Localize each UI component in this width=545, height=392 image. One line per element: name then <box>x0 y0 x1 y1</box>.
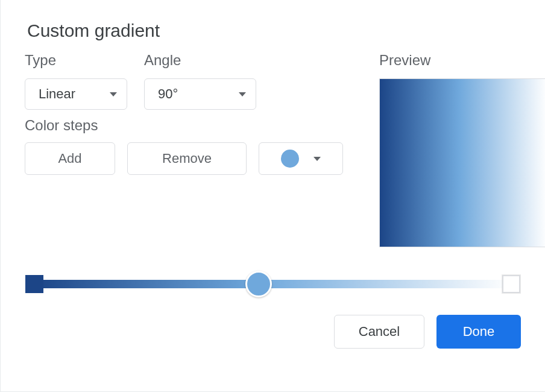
gradient-stop-start[interactable] <box>25 275 43 293</box>
dialog-footer: Cancel Done <box>25 315 521 349</box>
color-steps-row: Add Remove <box>25 142 343 175</box>
caret-down-icon <box>313 157 321 161</box>
color-swatch-picker[interactable] <box>259 142 343 175</box>
type-angle-row: Type Linear Angle 90° <box>25 52 343 110</box>
angle-select-value: 90° <box>158 86 178 102</box>
preview-column: Preview <box>379 52 545 247</box>
remove-button[interactable]: Remove <box>127 142 247 175</box>
color-dot-icon <box>281 150 299 168</box>
done-button[interactable]: Done <box>436 315 521 349</box>
color-steps-label: Color steps <box>25 117 343 134</box>
type-field: Type Linear <box>25 52 127 110</box>
preview-label: Preview <box>379 52 545 69</box>
upper-area: Type Linear Angle 90° Color steps Add <box>25 52 521 247</box>
custom-gradient-dialog: Custom gradient Type Linear Angle 90° <box>0 0 545 392</box>
gradient-stop-end[interactable] <box>502 275 520 293</box>
gradient-stop-handle[interactable] <box>245 271 272 297</box>
type-select-value: Linear <box>39 86 75 102</box>
angle-field: Angle 90° <box>144 52 256 110</box>
controls-column: Type Linear Angle 90° Color steps Add <box>25 52 343 247</box>
type-label: Type <box>25 52 127 69</box>
angle-label: Angle <box>144 52 256 69</box>
dialog-title: Custom gradient <box>27 21 521 41</box>
gradient-slider[interactable] <box>25 270 521 298</box>
gradient-slider-track <box>34 280 511 288</box>
add-button[interactable]: Add <box>25 142 115 175</box>
caret-down-icon <box>239 92 246 96</box>
caret-down-icon <box>110 92 117 96</box>
gradient-preview <box>379 78 545 247</box>
angle-select[interactable]: 90° <box>144 78 256 110</box>
type-select[interactable]: Linear <box>25 78 127 110</box>
cancel-button[interactable]: Cancel <box>334 315 424 349</box>
